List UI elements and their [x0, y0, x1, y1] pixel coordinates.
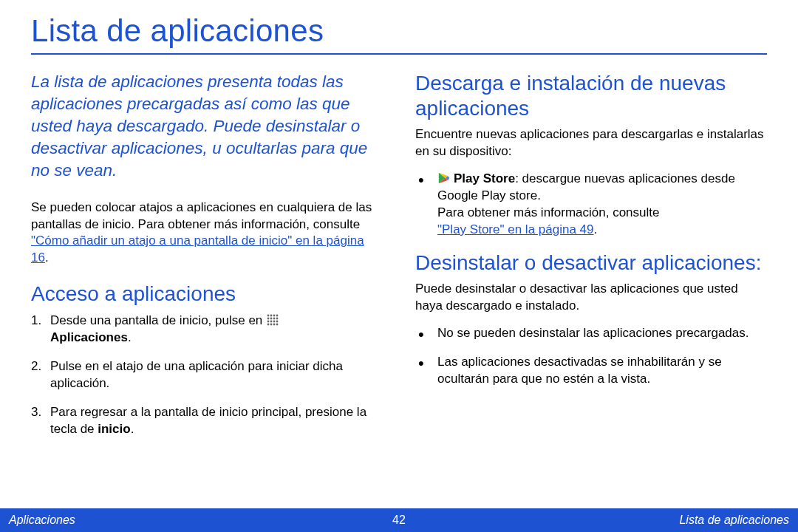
shortcut-paragraph: Se pueden colocar atajos a aplicaciones …: [31, 200, 383, 267]
download-install-title: Descarga e instalación de nuevas aplicac…: [415, 71, 767, 120]
play-store-link[interactable]: "Play Store" en la página 49: [437, 222, 594, 236]
page-content: Lista de aplicaciones La lista de aplica…: [0, 0, 798, 505]
svg-point-3: [276, 315, 279, 317]
svg-point-9: [270, 321, 273, 323]
access-steps-list: Desde una pantalla de inicio, pulse en A…: [31, 313, 383, 438]
svg-point-0: [267, 315, 270, 317]
svg-point-6: [273, 318, 276, 320]
step-3-end: .: [131, 422, 134, 436]
svg-point-5: [270, 318, 273, 320]
download-list: Play Store: descargue nuevas aplicacione…: [415, 171, 767, 239]
shortcut-text-post: .: [45, 250, 49, 265]
page-title: Lista de aplicaciones: [31, 13, 767, 55]
step-3-bold: inicio: [98, 422, 130, 436]
access-apps-title: Acceso a aplicaciones: [31, 282, 383, 307]
svg-point-13: [270, 324, 273, 326]
footer-right: Lista de aplicaciones: [679, 514, 789, 527]
right-column: Descarga e instalación de nuevas aplicac…: [415, 71, 767, 450]
step-3: Para regresar a la pantalla de inicio pr…: [31, 404, 383, 438]
play-store-icon: [437, 171, 451, 185]
svg-point-15: [276, 324, 279, 326]
play-store-bold: Play Store: [454, 171, 515, 185]
svg-point-4: [267, 318, 270, 320]
play-store-line2: Para obtener más información, consulte: [437, 205, 660, 219]
intro-text: La lista de aplicaciones presenta todas …: [31, 71, 383, 182]
shortcut-text-pre: Se pueden colocar atajos a aplicaciones …: [31, 200, 372, 231]
svg-point-12: [267, 324, 270, 326]
apps-grid-icon: [267, 314, 279, 326]
svg-point-10: [273, 321, 276, 323]
step-1-end: .: [128, 330, 132, 344]
svg-point-7: [276, 318, 279, 320]
page-footer: Aplicaciones 42 Lista de aplicaciones: [0, 508, 798, 532]
columns: La lista de aplicaciones presenta todas …: [31, 71, 767, 450]
uninstall-list: No se pueden desinstalar las aplicacione…: [415, 325, 767, 388]
svg-point-8: [267, 321, 270, 323]
svg-point-2: [273, 315, 276, 317]
uninstall-bullet-b: Las aplicaciones desactivadas se inhabil…: [415, 354, 767, 388]
uninstall-bullet-a: No se pueden desinstalar las aplicacione…: [415, 325, 767, 342]
step-2: Pulse en el atajo de una aplicación para…: [31, 358, 383, 392]
play-store-end: .: [594, 222, 598, 236]
step-1: Desde una pantalla de inicio, pulse en A…: [31, 313, 383, 347]
footer-page-number: 42: [392, 514, 406, 527]
add-shortcut-link[interactable]: "Cómo añadir un atajo a una pantalla de …: [31, 233, 364, 265]
footer-left: Aplicaciones: [9, 514, 75, 527]
uninstall-intro: Puede desinstalar o desactivar las aplic…: [415, 281, 767, 315]
left-column: La lista de aplicaciones presenta todas …: [31, 71, 383, 450]
play-store-item: Play Store: descargue nuevas aplicacione…: [415, 171, 767, 239]
step-1-pre: Desde una pantalla de inicio, pulse en: [50, 313, 266, 327]
step-1-bold: Aplicaciones: [50, 330, 128, 344]
svg-point-1: [270, 315, 273, 317]
svg-point-11: [276, 321, 279, 323]
svg-point-14: [273, 324, 276, 326]
uninstall-title: Desinstalar o desactivar aplicaciones:: [415, 250, 767, 276]
download-intro: Encuentre nuevas aplicaciones para desca…: [415, 126, 767, 160]
